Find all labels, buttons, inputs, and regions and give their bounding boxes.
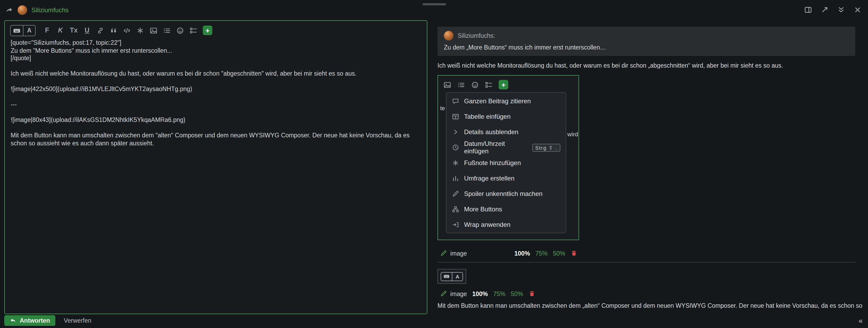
avatar xyxy=(18,5,27,15)
editor-toolbar: A F K Tx U xyxy=(5,21,427,37)
pencil-icon xyxy=(452,190,459,198)
menu-item-spoiler: Spoiler unkenntlich machen xyxy=(446,186,566,202)
menu-item-insert-table: Tabelle einfügen xyxy=(446,109,566,125)
composer-footer: Antworten Verwerfen « xyxy=(4,315,863,326)
quoted-post: Siliziumfuchs: Zu dem „More Buttons“ mus… xyxy=(437,27,855,56)
background-text-fragment: wird xyxy=(567,131,578,138)
menu-item-quote-post: Ganzen Beitrag zitieren xyxy=(446,94,566,109)
scale-75-button[interactable]: 75% xyxy=(493,291,505,297)
resize-grabber[interactable] xyxy=(422,3,446,5)
trash-icon[interactable] xyxy=(528,290,535,297)
topbar-actions xyxy=(804,6,862,14)
screenshot-markdown-mode-icon xyxy=(441,272,452,280)
chart-bar-icon xyxy=(452,175,459,182)
preview-paragraph-2: Mit dem Button kann man umschalten zwisc… xyxy=(437,302,864,309)
menu-item-create-poll: Umfrage erstellen xyxy=(446,171,566,186)
uploaded-image-selected[interactable]: + Ganzen Beitrag zitieren Tabelle einfüg… xyxy=(437,75,579,240)
menu-item-apply-wrap: Wrap anwenden xyxy=(446,217,566,232)
sitemap-icon xyxy=(452,205,459,213)
markdown-mode-icon[interactable] xyxy=(11,25,23,35)
uploaded-image-small[interactable]: A xyxy=(437,269,466,284)
image-controls-1: image 100% 75% 50% xyxy=(440,250,578,257)
fullscreen-icon[interactable] xyxy=(820,6,829,14)
quote-author: Siliziumfuchs: xyxy=(458,32,495,39)
screenshot-plus-icon: + xyxy=(499,80,508,89)
composer-textarea[interactable]: [quote="Siliziumfuchs, post:17, topic:22… xyxy=(5,37,427,314)
image-edit-button[interactable]: image xyxy=(440,290,467,297)
scale-100-button[interactable]: 100% xyxy=(514,250,530,257)
table-icon xyxy=(452,113,459,121)
composer-preview-panel: Siliziumfuchs: Zu dem „More Buttons“ mus… xyxy=(437,20,864,314)
bold-button[interactable]: F xyxy=(43,26,51,35)
quote-body: Zu dem „More Buttons“ muss ich immer ers… xyxy=(444,44,849,51)
scale-100-button[interactable]: 100% xyxy=(472,291,488,297)
trash-icon[interactable] xyxy=(570,250,578,257)
minimize-chevrons-icon[interactable] xyxy=(837,6,845,14)
code-icon[interactable] xyxy=(123,26,131,35)
emoji-icon[interactable] xyxy=(176,26,184,35)
forward-arrow-icon[interactable] xyxy=(5,6,13,14)
reply-button[interactable]: Antworten xyxy=(4,315,55,326)
rich-text-mode-button[interactable]: A xyxy=(23,25,35,35)
composer-mode-toggle: A xyxy=(10,25,36,36)
composer-topbar: Siliziumfuchs xyxy=(0,0,868,19)
clock-icon xyxy=(452,144,459,151)
menu-item-more-buttons: More Buttons xyxy=(446,201,566,217)
menu-item-insert-datetime: Datum/Uhrzeit einfügen Strg ⇧ . xyxy=(446,140,566,155)
asterisk-icon xyxy=(452,159,459,167)
toggle-preview-icon[interactable] xyxy=(804,6,812,14)
more-buttons-plus-icon[interactable]: + xyxy=(203,26,212,35)
wrap-icon xyxy=(452,221,459,228)
task-list-icon[interactable] xyxy=(189,26,197,35)
image-edit-button[interactable]: image xyxy=(440,250,467,257)
reply-arrow-icon xyxy=(9,317,17,324)
background-text-fragment: te xyxy=(440,105,445,111)
underline-button[interactable]: U xyxy=(83,26,91,35)
collapse-toggle[interactable]: « xyxy=(859,316,863,325)
preview-paragraph-1: Ich weiß nicht welche Monitorauflösung d… xyxy=(437,62,864,69)
link-icon[interactable] xyxy=(96,26,104,35)
discard-button[interactable]: Verwerfen xyxy=(64,317,92,324)
insert-menu-screenshot: Ganzen Beitrag zitieren Tabelle einfügen… xyxy=(446,92,566,233)
menu-item-hide-details: Details ausblenden xyxy=(446,125,566,140)
shortcut-badge: Strg ⇧ . xyxy=(532,144,560,151)
pencil-icon xyxy=(440,290,447,297)
menu-item-add-footnote: Fußnote hinzufügen xyxy=(446,155,566,171)
quote-header: Siliziumfuchs: xyxy=(444,31,849,40)
quote-avatar xyxy=(444,31,454,40)
screenshot-emoji-icon xyxy=(471,81,479,89)
scale-50-button[interactable]: 50% xyxy=(511,291,523,297)
reply-to-username[interactable]: Siliziumfuchs xyxy=(31,6,69,14)
screenshot-task-list-icon xyxy=(485,81,493,89)
upload-image-icon[interactable] xyxy=(150,26,158,35)
screenshot-rich-mode-label: A xyxy=(452,272,462,280)
scale-50-button[interactable]: 50% xyxy=(553,250,565,257)
blockquote-icon[interactable] xyxy=(110,26,118,35)
horizontal-rule xyxy=(437,262,855,263)
comment-icon xyxy=(452,98,459,105)
screenshot-toolbar: + xyxy=(438,76,579,89)
pencil-icon xyxy=(440,250,447,257)
composer-editor-panel: A F K Tx U xyxy=(4,20,427,314)
asterisk-icon[interactable] xyxy=(136,26,144,35)
composer-window: Siliziumfuchs A F xyxy=(0,0,868,328)
reply-to-indicator: Siliziumfuchs xyxy=(5,5,69,15)
clear-formatting-button[interactable]: Tx xyxy=(70,26,78,35)
bullet-list-icon[interactable] xyxy=(163,26,171,35)
image-controls-2: image 100% 75% 50% xyxy=(440,290,534,297)
italic-button[interactable]: K xyxy=(56,26,64,35)
close-icon[interactable] xyxy=(854,6,862,14)
chevron-right-icon xyxy=(452,128,459,136)
screenshot-mode-toggle: A xyxy=(441,272,463,281)
scale-75-button[interactable]: 75% xyxy=(535,250,548,257)
screenshot-bullet-list-icon xyxy=(457,81,465,89)
screenshot-image-icon xyxy=(443,81,451,89)
